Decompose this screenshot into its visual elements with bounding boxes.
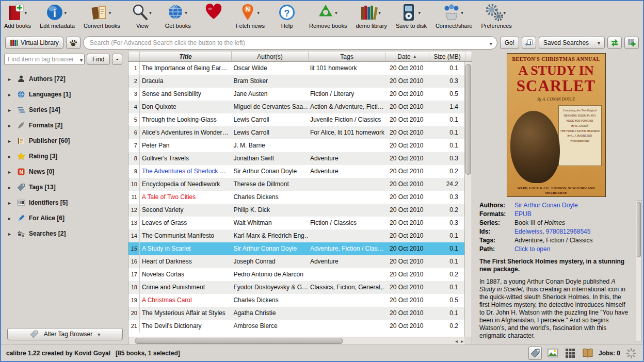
vertical-scrollbar-thumb[interactable] [465,64,471,175]
get-books-button[interactable]: Get books [165,3,191,29]
sidebar-item-authors[interactable]: Authors [72] [4,71,126,87]
table-row[interactable]: 1 The Importance of Being Ear… Oscar Wil… [128,62,464,75]
fetch-news-button[interactable]: N Fetch news [236,3,265,29]
cell-tags[interactable] [308,229,385,242]
dropdown-arrow-icon[interactable] [64,9,69,16]
search-history-arrow-icon[interactable] [490,40,492,47]
table-row[interactable]: 4 Don Quixote Miguel de Cervantes Saa… A… [128,101,464,113]
column-header-date[interactable]: Date▲ [385,52,429,61]
cell-size[interactable]: 0.1 [428,307,464,320]
dropdown-arrow-icon[interactable] [461,9,465,16]
cell-tags[interactable] [308,204,385,217]
cell-size[interactable]: 0.2 [428,320,464,333]
cell-authors[interactable]: Philip K. Dick [231,204,308,217]
column-header-authors[interactable]: Author(s) [232,52,309,61]
cell-size[interactable]: 0.3 [428,217,464,229]
dropdown-arrow-icon[interactable] [504,9,508,16]
search-input[interactable] [83,36,497,50]
dropdown-arrow-icon[interactable] [418,9,423,16]
table-row[interactable]: 8 Gulliver's Travels Jonathan Swift Adve… [128,152,464,165]
table-row[interactable]: 9 The Adventures of Sherlock … Sir Arthu… [128,165,464,178]
cell-title[interactable]: The Adventures of Sherlock … [140,165,231,178]
cell-size[interactable]: 0.3 [428,75,464,88]
sidebar-item-rating[interactable]: Rating [3] [4,149,126,164]
cell-authors[interactable]: Lewis Carroll [231,113,308,126]
toggle-cover-browser-button[interactable] [546,347,559,360]
cell-authors[interactable]: Lewis Carroll [231,126,308,139]
cell-title[interactable]: Gulliver's Travels [140,152,231,165]
cell-date[interactable]: 20 Oct 2010 [384,281,428,294]
library-button[interactable]: demo library [356,3,387,29]
cell-size[interactable]: 0.3 [428,152,464,165]
cell-tags[interactable] [308,178,385,191]
book-cover[interactable]: BEETON'S CHRISTMAS ANNUAL A STUDY IN SCA… [507,54,605,196]
table-vertical-scrollbar[interactable] [464,62,472,337]
cell-size[interactable]: 0.2 [428,268,464,281]
cell-size[interactable]: 0.5 [428,88,464,101]
alter-tag-browser-button[interactable]: Alter Tag Browser [7,328,123,340]
find-tag-input[interactable] [4,54,85,65]
edit-metadata-button[interactable]: i Edit metadata [40,3,75,29]
cell-tags[interactable]: For Alice, lit 101 homework [308,126,385,139]
cell-authors[interactable]: Therese de Dillmont [231,178,308,191]
cell-tags[interactable]: Adventure [308,255,385,268]
find-button[interactable]: Find [87,54,110,65]
cell-title[interactable]: Dracula [140,75,231,88]
cell-authors[interactable]: Oscar Wilde [231,62,308,75]
cell-size[interactable]: 24.2 [428,178,464,191]
cell-date[interactable]: 20 Oct 2010 [384,204,428,217]
cell-date[interactable]: 20 Oct 2010 [384,62,428,75]
dropdown-arrow-icon[interactable] [378,9,383,16]
authors-field-value[interactable]: Sir Arthur Conan Doyle [514,202,633,209]
add-books-button[interactable]: Add books [4,3,31,29]
table-row[interactable]: 21 The Devil's Dictionary Ambrose Bierce… [128,320,464,333]
cell-date[interactable]: 20 Oct 2010 [384,255,428,268]
cell-date[interactable]: 20 Oct 2010 [384,191,428,204]
cell-tags[interactable]: Juvenile Fiction / Classics [308,113,385,126]
cell-title[interactable]: The Devil's Dictionary [140,320,231,333]
cell-title[interactable]: A Christmas Carol [140,294,231,307]
jobs-spinner-icon[interactable] [624,347,638,360]
table-row[interactable]: 10 Encyclopedia of Needlework Therese de… [128,178,464,191]
cell-tags[interactable]: Adventure [308,152,385,165]
path-field-value[interactable]: Click to open [514,245,633,253]
cell-tags[interactable] [308,139,385,152]
cell-authors[interactable]: Jane Austen [231,88,308,101]
cell-date[interactable]: 20 Oct 2010 [384,229,428,242]
chevron-right-icon[interactable] [8,153,13,160]
cell-authors[interactable]: Fyodor Dostoyevsky & G… [231,281,308,294]
table-row[interactable]: 7 Peter Pan J. M. Barrie 20 Oct 2010 0.1 [128,139,464,152]
cell-tags[interactable] [308,191,385,204]
table-row[interactable]: 3 Sense and Sensibility Jane Austen Fict… [128,88,464,101]
find-history-arrow-icon[interactable] [80,56,83,63]
cell-date[interactable]: 20 Oct 2010 [384,242,428,255]
cell-title[interactable]: Don Quixote [140,101,231,113]
cell-authors[interactable]: Charles Dickens [231,191,308,204]
save-to-disk-button[interactable]: Save to disk [396,3,427,29]
cell-date[interactable]: 20 Oct 2010 [384,178,428,191]
table-row[interactable]: 2 Dracula Bram Stoker 20 Oct 2010 0.3 [128,75,464,88]
details-scrollbar-thumb[interactable] [637,202,641,257]
cell-date[interactable]: 20 Oct 2010 [384,217,428,229]
cell-title[interactable]: Peter Pan [140,139,231,152]
cell-size[interactable]: 0.1 [428,139,464,152]
cell-title[interactable]: Through the Looking-Glass [140,113,231,126]
dropdown-arrow-icon[interactable] [185,9,189,16]
cell-title[interactable]: Sense and Sensibility [140,88,231,101]
cell-title[interactable]: Crime and Punishment [140,281,231,294]
table-row[interactable]: 18 Crime and Punishment Fyodor Dostoyevs… [128,281,464,294]
toggle-tag-browser-button[interactable] [528,347,542,360]
cell-authors[interactable]: Joseph Conrad [231,255,308,268]
ids-link-edelweiss[interactable]: Edelweiss [514,228,542,235]
toggle-cover-grid-button[interactable] [564,347,577,360]
sidebar-item-identifiers[interactable]: Identifiers [5] [4,195,126,210]
cell-authors[interactable]: Bram Stoker [231,75,308,88]
cell-date[interactable]: 20 Oct 2010 [384,88,428,101]
donate-button[interactable] [200,3,227,23]
ids-link-isbn[interactable]: 9780812968545 [546,228,591,235]
scroll-right-icon[interactable] [461,337,463,344]
chevron-right-icon[interactable] [8,230,13,237]
virtual-library-button[interactable]: Virtual Library [5,37,63,49]
go-button[interactable]: Go! [500,37,519,49]
sidebar-item-formats[interactable]: Formats [2] [4,118,126,133]
